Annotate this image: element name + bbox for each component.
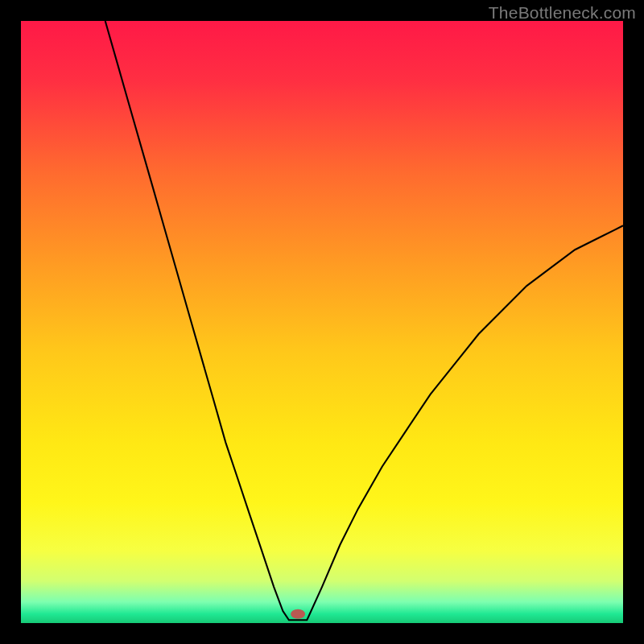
optimal-point-marker [291, 609, 305, 619]
watermark-text: TheBottleneck.com [489, 3, 636, 23]
bottleneck-chart [21, 21, 623, 623]
gradient-background [21, 21, 623, 623]
chart-frame: TheBottleneck.com [0, 0, 644, 644]
plot-area [21, 21, 623, 623]
